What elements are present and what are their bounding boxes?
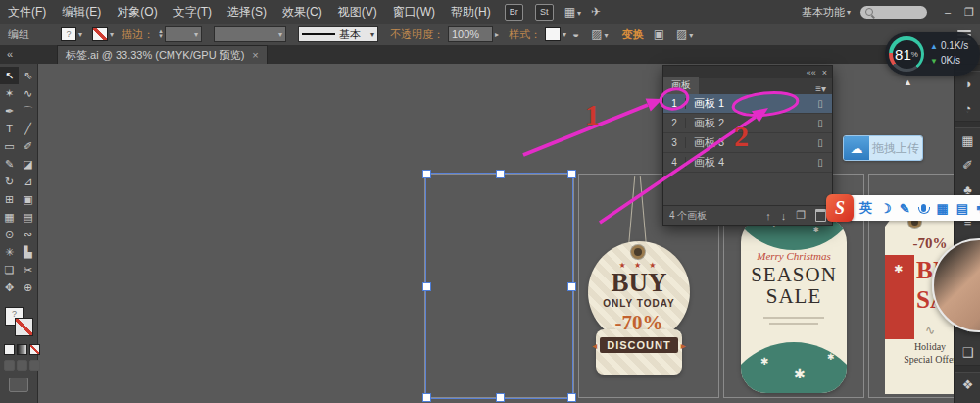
eraser-tool[interactable]: ◪	[19, 155, 37, 173]
type-tool[interactable]: T	[0, 120, 19, 137]
menu-select[interactable]: 选择(S)	[220, 0, 274, 24]
mesh-tool[interactable]: ▤	[19, 208, 37, 226]
selection-handle[interactable]	[496, 170, 505, 178]
isolate-icon[interactable]: ▣	[654, 27, 664, 41]
direct-selection-tool[interactable]: ⇖	[19, 67, 37, 84]
move-down-icon[interactable]: ↓	[781, 210, 787, 222]
artboard-row-name[interactable]: 画板 1	[686, 96, 808, 111]
menu-view[interactable]: 视图(V)	[330, 0, 385, 24]
menu-window[interactable]: 窗口(W)	[385, 0, 443, 24]
artboard-page-icon[interactable]: ▯	[808, 118, 832, 128]
swatches-panel-icon[interactable]: ▦	[955, 128, 980, 153]
close-document-icon[interactable]: ×	[252, 49, 258, 61]
style-label[interactable]: 样式：	[509, 27, 541, 42]
new-artboard-icon[interactable]: ❐	[796, 209, 806, 222]
gradient-button[interactable]	[17, 344, 27, 355]
stroke-weight-stepper[interactable]: ▲▼	[158, 29, 164, 39]
pencil-tool[interactable]: ✎	[0, 155, 19, 173]
menu-help[interactable]: 帮助(H)	[443, 0, 499, 24]
eyedropper-tool[interactable]: ⊙	[0, 226, 19, 243]
opacity-value[interactable]: 100%	[448, 26, 493, 42]
selection-handle[interactable]	[567, 170, 576, 178]
pen-tool[interactable]: ✒	[0, 102, 19, 120]
draw-behind-button[interactable]	[17, 360, 27, 371]
slice-tool[interactable]: ✂	[19, 261, 37, 278]
chevron-down-icon[interactable]: ▾	[78, 30, 82, 39]
artboard-row-1[interactable]: 1画板 1▯	[663, 94, 832, 114]
delete-artboard-icon[interactable]	[815, 209, 826, 222]
scale-tool[interactable]: ⊿	[19, 173, 37, 190]
shape-builder-tool[interactable]: ⊞	[0, 190, 19, 208]
menu-edit[interactable]: 编辑(E)	[54, 0, 109, 24]
widget-expand-icon[interactable]: ▲	[904, 77, 912, 87]
minimize-button[interactable]: –	[937, 6, 958, 18]
draw-inside-button[interactable]	[29, 360, 40, 371]
artboard-page-icon[interactable]: ▯	[808, 137, 832, 148]
clipboard-icon[interactable]: ▤	[956, 201, 968, 216]
skin-icon[interactable]: ✙	[976, 201, 980, 216]
network-speed-widget[interactable]: 81% ▲0.1K/s ▼0K/s	[885, 32, 980, 76]
line-segment-tool[interactable]: ╱	[19, 120, 37, 137]
stroke-color-swatch[interactable]	[92, 27, 108, 41]
image-trace-icon[interactable]: ▨▾	[591, 27, 608, 41]
curvature-tool[interactable]: ⌒	[19, 102, 37, 120]
stroke-weight-label[interactable]: 描边：	[122, 27, 154, 42]
menu-type[interactable]: 文字(T)	[166, 0, 220, 24]
free-transform-tool[interactable]: ▣	[19, 190, 37, 208]
brush-definition-dropdown[interactable]: ▾	[214, 26, 286, 42]
layers-panel-icon[interactable]: ❖	[955, 373, 980, 397]
style-swatch[interactable]	[545, 27, 561, 41]
paintbrush-tool[interactable]: ✐	[19, 137, 37, 155]
selection-tool[interactable]: ↖	[0, 67, 19, 84]
stroke-weight-value[interactable]: ▾	[165, 26, 202, 42]
launch-icon[interactable]: ✈	[591, 5, 601, 19]
selection-handle[interactable]	[567, 393, 576, 402]
workspace-switcher[interactable]: 基本功能 ▾	[802, 5, 851, 20]
rectangle-tool[interactable]: ▭	[0, 137, 19, 155]
rotate-tool[interactable]: ↻	[0, 173, 19, 190]
night-mode-icon[interactable]: ☽	[880, 201, 892, 216]
magic-wand-tool[interactable]: ✶	[0, 84, 19, 102]
sogou-logo[interactable]: S	[826, 194, 854, 222]
menu-object[interactable]: 对象(O)	[109, 0, 165, 24]
recolor-artwork-icon[interactable]: ◒	[572, 27, 579, 41]
graphic-styles-panel-icon[interactable]: ❑	[955, 340, 980, 365]
lang-english-icon[interactable]: 英	[859, 199, 872, 217]
keyboard-icon[interactable]: ▦	[937, 201, 949, 216]
close-panel-icon[interactable]: ×	[822, 68, 827, 77]
bridge-badge[interactable]: Br	[505, 4, 523, 21]
step-down-icon[interactable]: ▼	[158, 34, 164, 39]
opacity-label[interactable]: 不透明度：	[390, 27, 444, 42]
zoom-tool[interactable]: ⊕	[19, 278, 37, 296]
blend-tool[interactable]: ∾	[19, 226, 37, 243]
screen-mode-button[interactable]	[9, 378, 28, 392]
align-options-icon[interactable]: ▨▾	[676, 27, 693, 41]
selection-handle[interactable]	[422, 170, 431, 178]
none-button[interactable]	[29, 344, 40, 355]
transform-link[interactable]: 变换	[622, 27, 644, 42]
artboard-row-4[interactable]: 4画板 4▯	[663, 153, 832, 173]
restore-button[interactable]: ❐	[958, 6, 980, 19]
stock-badge[interactable]: St	[535, 4, 554, 21]
graph-tool[interactable]: ▙	[19, 243, 37, 261]
hand-tool[interactable]: ✥	[0, 278, 19, 296]
artboard-row-name[interactable]: 画板 4	[686, 155, 808, 170]
drag-upload-button[interactable]: ☁ 拖拽上传	[843, 135, 923, 161]
tag-artwork-season-sale[interactable]: ✱ ✱ Merry Christmas SEASON SALE ✱ ✱ ✱	[741, 217, 847, 393]
fill-stroke-indicator[interactable]: ?	[5, 307, 32, 336]
color-button[interactable]	[4, 344, 15, 355]
menu-effect[interactable]: 效果(C)	[274, 0, 330, 24]
selection-handle[interactable]	[422, 393, 431, 402]
chevron-right-icon[interactable]: ▸	[495, 30, 499, 39]
stroke-swatch[interactable]	[15, 318, 33, 336]
move-up-icon[interactable]: ↑	[765, 210, 771, 222]
handwriting-icon[interactable]: ✎	[900, 201, 910, 216]
color-guide-panel-icon[interactable]: ◔	[955, 96, 980, 121]
selection-handle[interactable]	[422, 282, 431, 291]
tab-artboards[interactable]: 画板	[663, 77, 699, 94]
document-tab[interactable]: 标签.ai @ 33.33% (CMYK/GPU 预览) ×	[57, 45, 268, 64]
selection-handle[interactable]	[567, 282, 576, 291]
chevron-down-icon[interactable]: ▾	[110, 30, 114, 39]
artboard-page-icon[interactable]: ▯	[808, 98, 832, 109]
collapse-toolbar-icon[interactable]: «	[0, 45, 20, 64]
